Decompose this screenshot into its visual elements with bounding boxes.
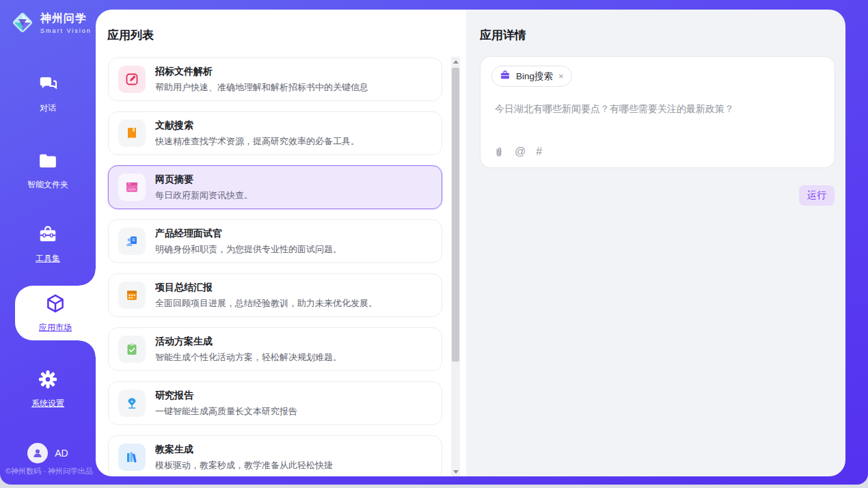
app-name: 教案生成 [155,444,333,456]
app-desc: 明确身份和职责，为您提供专业性的面试问题。 [155,243,342,256]
sidebar-item-app-market[interactable]: 应用市场 [15,286,96,340]
svg-text:</>: </> [128,187,136,191]
user-initials: AD [55,448,68,459]
scroll-down-arrow-icon[interactable] [451,467,460,476]
app-card-research-report[interactable]: 研究报告 一键智能生成高质量长文本研究报告 [108,381,442,425]
user-account[interactable]: AD [0,443,96,463]
app-list-panel: 应用列表 招标文件解析 帮助用户快速、准确地理解和解析招标书中的关键信息 [96,10,466,476]
sidebar-item-toolset[interactable]: 工具集 [0,224,96,265]
books-icon [118,444,146,471]
app-desc: 一键智能生成高质量长文本研究报告 [155,405,297,418]
app-desc: 模板驱动，教案秒成，教学准备从此轻松快捷 [155,459,333,472]
sidebar-item-label: 系统设置 [31,398,64,409]
app-card-lesson-plan[interactable]: 教案生成 模板驱动，教案秒成，教学准备从此轻松快捷 [108,435,442,476]
prompt-toolbar: @ # [493,146,542,158]
app-name: 活动方案生成 [155,336,342,348]
app-card-literature-search[interactable]: 文献搜索 快速精准查找学术资源，提高研究效率的必备工具。 [108,111,442,155]
app-list-scrollbar[interactable] [451,57,460,476]
sidebar-footer-text: ©神州数码 · 神州问学出品 [5,466,93,476]
interviewer-icon [118,228,146,255]
app-list-title: 应用列表 [107,27,154,43]
app-card-event-plan[interactable]: 活动方案生成 智能生成个性化活动方案，轻松解决规划难题。 [108,327,442,371]
book-icon [118,120,146,147]
app-list: 招标文件解析 帮助用户快速、准确地理解和解析招标书中的关键信息 文献搜索 快速精… [108,57,442,476]
app-detail-panel: 应用详情 Bing搜索 × 今日湖北有哪些新闻要点？有哪些需要关注的最新政策？ … [466,10,845,476]
chat-icon [38,74,58,97]
prompt-input[interactable]: 今日湖北有哪些新闻要点？有哪些需要关注的最新政策？ [495,103,823,116]
app-card-project-summary[interactable]: 项目总结汇报 全面回顾项目进展，总结经验教训，助力未来优化发展。 [108,273,442,317]
avatar [27,443,48,463]
scrollbar-thumb[interactable] [452,68,459,362]
gear-icon [38,369,58,392]
tool-chip-bing-search[interactable]: Bing搜索 × [491,66,572,87]
app-detail-title: 应用详情 [480,27,526,43]
app-desc: 每日政府新闻资讯快查。 [155,189,253,202]
sidebar-item-chat[interactable]: 对话 [0,74,96,114]
app-card-web-summary[interactable]: </> 网页摘要 每日政府新闻资讯快查。 [108,165,442,209]
brand-logo: 神州问学 Smart Vision [10,10,92,36]
briefcase-icon [500,70,511,83]
sidebar-item-smart-folder[interactable]: 智能文件夹 [0,150,96,191]
sidebar: 神州问学 Smart Vision 对话 智能文件夹 [0,0,96,485]
app-name: 研究报告 [155,390,297,402]
sidebar-item-settings[interactable]: 系统设置 [0,369,96,409]
pen-report-icon [118,390,146,417]
brand-logo-icon [10,10,36,36]
sidebar-item-label: 智能文件夹 [27,179,68,191]
app-card-bid-document-analysis[interactable]: 招标文件解析 帮助用户快速、准确地理解和解析招标书中的关键信息 [108,57,442,101]
mention-icon[interactable]: @ [515,146,526,158]
sidebar-item-label: 工具集 [36,253,60,265]
cube-icon [45,293,66,316]
app-name: 网页摘要 [155,174,253,186]
sidebar-item-label: 对话 [40,103,56,114]
calendar-report-icon [118,282,146,309]
scroll-up-arrow-icon[interactable] [451,57,460,66]
chip-close-icon[interactable]: × [558,72,564,81]
app-name: 文献搜索 [155,120,360,132]
app-desc: 智能生成个性化活动方案，轻松解决规划难题。 [155,351,342,364]
prompt-card[interactable]: Bing搜索 × 今日湖北有哪些新闻要点？有哪些需要关注的最新政策？ @ # [480,56,835,168]
folder-icon [38,150,58,174]
app-name: 招标文件解析 [155,66,368,78]
app-desc: 全面回顾项目进展，总结经验教训，助力未来优化发展。 [155,297,377,310]
sidebar-item-label: 应用市场 [39,322,72,334]
app-desc: 快速精准查找学术资源，提高研究效率的必备工具。 [155,135,360,148]
clipboard-check-icon [118,336,146,363]
run-button[interactable]: 运行 [799,185,835,206]
app-card-pm-interviewer[interactable]: 产品经理面试官 明确身份和职责，为您提供专业性的面试问题。 [108,219,442,263]
edit-document-icon [118,66,146,93]
app-name: 项目总结汇报 [155,282,377,294]
paperclip-icon[interactable] [493,146,504,158]
tool-chip-label: Bing搜索 [516,70,553,83]
app-name: 产品经理面试官 [155,228,342,240]
browser-code-icon: </> [118,174,146,201]
hashtag-icon[interactable]: # [536,146,542,158]
toolbox-icon [38,224,58,247]
brand-name: 神州问学 [40,12,92,26]
brand-subtitle: Smart Vision [40,27,92,34]
app-desc: 帮助用户快速、准确地理解和解析招标书中的关键信息 [155,81,368,94]
